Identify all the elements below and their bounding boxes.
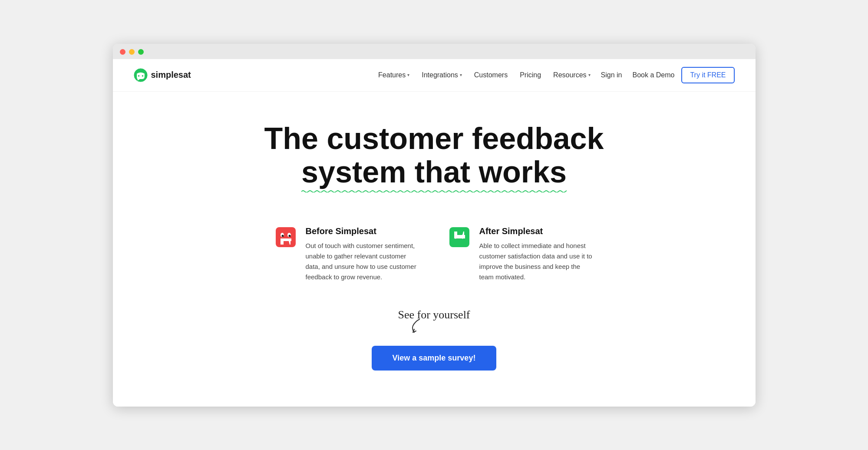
svg-rect-13 xyxy=(464,235,465,238)
browser-window: simplesat Features ▾ Integrations ▾ xyxy=(113,44,756,407)
after-card-content: After Simplesat Able to collect immediat… xyxy=(479,226,595,282)
nav-integrations-label: Integrations xyxy=(422,71,458,79)
hero-title-line1: The customer feedback xyxy=(264,122,604,156)
before-description: Out of touch with customer sentiment, un… xyxy=(306,241,421,282)
view-sample-survey-button[interactable]: View a sample survey! xyxy=(372,346,497,371)
nav-item-integrations: Integrations ▾ xyxy=(416,68,467,83)
cta-section: See for yourself View a sample survey! xyxy=(113,295,756,379)
maximize-dot[interactable] xyxy=(138,49,144,55)
svg-point-1 xyxy=(138,75,139,77)
before-card: Before Simplesat Out of touch with custo… xyxy=(274,226,421,282)
after-heading: After Simplesat xyxy=(479,226,595,236)
svg-rect-3 xyxy=(276,227,296,247)
nav-item-customers: Customers xyxy=(469,68,513,83)
nav-item-resources: Resources ▾ xyxy=(548,68,595,83)
before-card-content: Before Simplesat Out of touch with custo… xyxy=(306,226,421,282)
logo-link[interactable]: simplesat xyxy=(134,68,191,82)
handwriting-container: See for yourself xyxy=(398,308,470,321)
book-demo-link[interactable]: Book a Demo xyxy=(627,68,680,83)
nav-customers-link[interactable]: Customers xyxy=(469,68,513,83)
after-card: After Simplesat Able to collect immediat… xyxy=(447,226,595,282)
before-heading: Before Simplesat xyxy=(306,226,421,236)
signin-link[interactable]: Sign in xyxy=(596,68,627,83)
comparison-section: Before Simplesat Out of touch with custo… xyxy=(217,205,651,295)
nav-links: Features ▾ Integrations ▾ Customers xyxy=(373,68,596,83)
svg-point-7 xyxy=(288,235,290,237)
arrow-icon xyxy=(406,317,424,334)
logo-text: simplesat xyxy=(151,70,191,80)
hero-section: The customer feedback system that works xyxy=(113,92,756,205)
nav-item-pricing: Pricing xyxy=(515,68,546,83)
nav-resources-link[interactable]: Resources ▾ xyxy=(548,68,595,83)
svg-point-6 xyxy=(281,235,284,237)
hero-title: The customer feedback system that works xyxy=(239,122,630,189)
nav-pricing-label: Pricing xyxy=(520,71,541,79)
page-content: simplesat Features ▾ Integrations ▾ xyxy=(113,59,756,407)
svg-point-2 xyxy=(142,75,143,77)
thumbs-down-icon xyxy=(274,226,298,251)
nav-resources-label: Resources xyxy=(553,71,586,79)
nav-features-label: Features xyxy=(378,71,406,79)
chevron-down-icon: ▾ xyxy=(407,73,409,77)
nav-integrations-link[interactable]: Integrations ▾ xyxy=(416,68,467,83)
nav-customers-label: Customers xyxy=(474,71,508,79)
navbar: simplesat Features ▾ Integrations ▾ xyxy=(113,59,756,92)
close-dot[interactable] xyxy=(120,49,125,55)
browser-chrome xyxy=(113,44,756,59)
after-description: Able to collect immediate and honest cus… xyxy=(479,241,595,282)
try-free-button[interactable]: Try it FREE xyxy=(681,67,734,83)
logo-icon xyxy=(134,68,148,82)
chevron-down-icon: ▾ xyxy=(588,73,591,77)
minimize-dot[interactable] xyxy=(129,49,135,55)
chevron-down-icon: ▾ xyxy=(460,73,462,77)
browser-controls xyxy=(120,49,749,59)
nav-pricing-link[interactable]: Pricing xyxy=(515,68,546,83)
thumbs-up-icon xyxy=(447,226,472,251)
nav-features-link[interactable]: Features ▾ xyxy=(373,68,415,83)
hero-title-line2: system that works xyxy=(301,156,567,189)
nav-item-features: Features ▾ xyxy=(373,68,415,83)
